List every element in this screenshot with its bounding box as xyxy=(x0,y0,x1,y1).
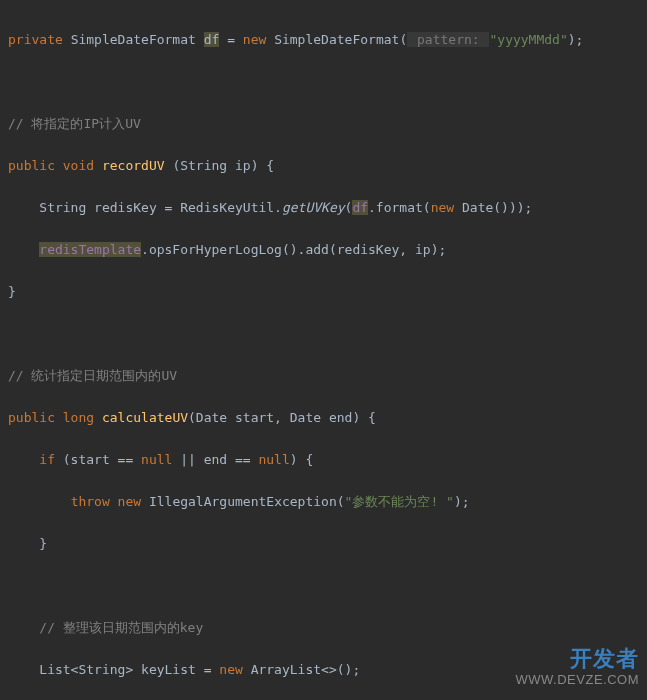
var-df: df xyxy=(352,200,368,215)
code-line: } xyxy=(8,281,647,302)
code-line: // 将指定的IP计入UV xyxy=(8,113,647,134)
code-editor[interactable]: private SimpleDateFormat df = new Simple… xyxy=(0,8,647,700)
keyword-new: new xyxy=(243,32,266,47)
code-line: if (start == null || end == null) { xyxy=(8,449,647,470)
blank-line xyxy=(8,71,647,92)
code-line: String redisKey = RedisKeyUtil.getUVKey(… xyxy=(8,197,647,218)
watermark-title: 开发者 xyxy=(516,648,640,669)
watermark: 开发者 WWW.DEVZE.COM xyxy=(516,648,640,690)
method-name: calculateUV xyxy=(102,410,188,425)
blank-line xyxy=(8,575,647,596)
code-line: public long calculateUV(Date start, Date… xyxy=(8,407,647,428)
string-literal: "参数不能为空! " xyxy=(345,494,454,509)
code-line: public void recordUV (String ip) { xyxy=(8,155,647,176)
code-line: redisTemplate.opsForHyperLogLog().add(re… xyxy=(8,239,647,260)
field-redistemplate: redisTemplate xyxy=(39,242,141,257)
comment: // 整理该日期范围内的key xyxy=(8,620,203,635)
code-line: // 整理该日期范围内的key xyxy=(8,617,647,638)
method-name: recordUV xyxy=(102,158,165,173)
param-hint: pattern: xyxy=(407,32,489,47)
code-line: throw new IllegalArgumentException("参数不能… xyxy=(8,491,647,512)
keyword-private: private xyxy=(8,32,63,47)
blank-line xyxy=(8,323,647,344)
static-method: getUVKey xyxy=(282,200,345,215)
watermark-url: WWW.DEVZE.COM xyxy=(516,669,640,690)
type: SimpleDateFormat xyxy=(71,32,196,47)
code-line: // 统计指定日期范围内的UV xyxy=(8,365,647,386)
code-line: private SimpleDateFormat df = new Simple… xyxy=(8,29,647,50)
var-df: df xyxy=(204,32,220,47)
comment: // 统计指定日期范围内的UV xyxy=(8,368,177,383)
comment: // 将指定的IP计入UV xyxy=(8,116,141,131)
string-literal: "yyyyMMdd" xyxy=(489,32,567,47)
code-line: } xyxy=(8,533,647,554)
